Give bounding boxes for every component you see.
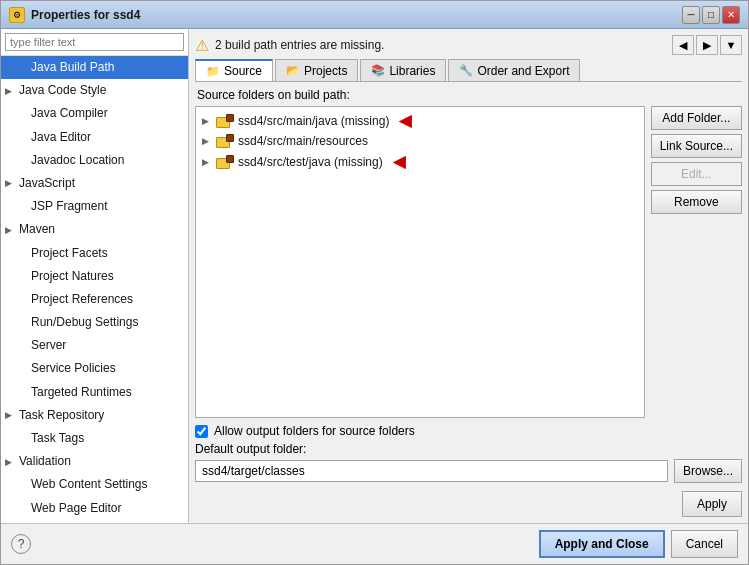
nav-item-service-policies[interactable]: Service Policies [1, 357, 188, 380]
window-title: Properties for ssd4 [31, 8, 140, 22]
source-tree: ▶ssd4/src/main/java (missing)◀▶ssd4/src/… [195, 106, 645, 418]
footer-right: Apply and Close Cancel [539, 530, 738, 558]
tree-item-label: ssd4/src/main/java (missing) [238, 114, 389, 128]
filter-input[interactable] [5, 33, 184, 51]
allow-output-checkbox[interactable] [195, 425, 208, 438]
source-section-label: Source folders on build path: [195, 88, 742, 102]
nav-item-jsp-fragment[interactable]: JSP Fragment [1, 195, 188, 218]
nav-item-java-code-style[interactable]: ▶Java Code Style [1, 79, 188, 102]
link-source--button[interactable]: Link Source... [651, 134, 742, 158]
close-button[interactable]: ✕ [722, 6, 740, 24]
nav-item-project-natures[interactable]: Project Natures [1, 265, 188, 288]
apply-button[interactable]: Apply [682, 491, 742, 517]
nav-item-label: Service Policies [31, 359, 116, 378]
nav-item-validation[interactable]: ▶Validation [1, 450, 188, 473]
content-area: Java Build Path▶Java Code StyleJava Comp… [1, 29, 748, 523]
nav-item-task-tags[interactable]: Task Tags [1, 427, 188, 450]
left-panel: Java Build Path▶Java Code StyleJava Comp… [1, 29, 189, 523]
red-arrow-icon: ◀ [399, 111, 411, 130]
tree-item-icon [216, 114, 234, 128]
nav-arrows: ◀ ▶ ▼ [672, 35, 742, 55]
tabs: 📁Source📂Projects📚Libraries🔧Order and Exp… [195, 59, 742, 82]
nav-item-label: Run/Debug Settings [31, 313, 138, 332]
tab-source[interactable]: 📁Source [195, 59, 273, 81]
footer-left: ? [11, 534, 31, 554]
nav-item-label: Web Page Editor [31, 499, 122, 518]
nav-item-targeted-runtimes[interactable]: Targeted Runtimes [1, 381, 188, 404]
checkbox-row: Allow output folders for source folders [195, 424, 742, 438]
nav-item-javadoc-location[interactable]: Javadoc Location [1, 149, 188, 172]
tree-expand-icon: ▶ [202, 157, 212, 167]
side-buttons: Add Folder...Link Source...Edit...Remove [651, 106, 742, 418]
tab-order-and-export[interactable]: 🔧Order and Export [448, 59, 580, 81]
browse-button[interactable]: Browse... [674, 459, 742, 483]
allow-output-label: Allow output folders for source folders [214, 424, 415, 438]
expand-icon: ▶ [5, 84, 15, 98]
nav-item-web-page-editor[interactable]: Web Page Editor [1, 497, 188, 520]
output-folder-input[interactable] [195, 460, 668, 482]
main-window: ⚙ Properties for ssd4 ─ □ ✕ Java Build P… [0, 0, 749, 565]
nav-item-label: Java Compiler [31, 104, 108, 123]
apply-close-button[interactable]: Apply and Close [539, 530, 665, 558]
expand-icon: ▶ [5, 176, 15, 190]
right-panel: ⚠ 2 build path entries are missing. ◀ ▶ … [189, 29, 748, 523]
nav-item-task-repository[interactable]: ▶Task Repository [1, 404, 188, 427]
nav-dropdown-button[interactable]: ▼ [720, 35, 742, 55]
nav-item-java-compiler[interactable]: Java Compiler [1, 102, 188, 125]
cancel-button[interactable]: Cancel [671, 530, 738, 558]
nav-item-label: Maven [19, 220, 55, 239]
tree-item[interactable]: ▶ssd4/src/main/resources [198, 132, 642, 150]
tree-item[interactable]: ▶ssd4/src/test/java (missing)◀ [198, 150, 642, 173]
tab-label: Libraries [389, 64, 435, 78]
tree-expand-icon: ▶ [202, 116, 212, 126]
nav-item-java-editor[interactable]: Java Editor [1, 126, 188, 149]
expand-icon: ▶ [5, 408, 15, 422]
nav-item-javascript[interactable]: ▶JavaScript [1, 172, 188, 195]
right-panel-wrapper: ⚠ 2 build path entries are missing. ◀ ▶ … [189, 29, 748, 523]
nav-item-project-references[interactable]: Project References [1, 288, 188, 311]
output-folder-label: Default output folder: [195, 442, 742, 456]
title-controls: ─ □ ✕ [682, 6, 740, 24]
window-icon: ⚙ [9, 7, 25, 23]
nav-item-label: Task Repository [19, 406, 104, 425]
nav-item-label: Javadoc Location [31, 151, 124, 170]
nav-item-web-content-settings[interactable]: Web Content Settings [1, 473, 188, 496]
nav-item-run/debug-settings[interactable]: Run/Debug Settings [1, 311, 188, 334]
nav-next-button[interactable]: ▶ [696, 35, 718, 55]
nav-item-maven[interactable]: ▶Maven [1, 218, 188, 241]
edit--button: Edit... [651, 162, 742, 186]
nav-item-java-build-path[interactable]: Java Build Path [1, 56, 188, 79]
expand-icon: ▶ [5, 455, 15, 469]
help-button[interactable]: ? [11, 534, 31, 554]
nav-item-server[interactable]: Server [1, 334, 188, 357]
nav-item-label: Server [31, 336, 66, 355]
title-bar-left: ⚙ Properties for ssd4 [9, 7, 140, 23]
remove-button[interactable]: Remove [651, 190, 742, 214]
tab-icon: 🔧 [459, 64, 473, 77]
tree-item-label: ssd4/src/main/resources [238, 134, 368, 148]
nav-item-label: Project Facets [31, 244, 108, 263]
nav-list: Java Build Path▶Java Code StyleJava Comp… [1, 55, 188, 523]
red-arrow-icon: ◀ [393, 152, 405, 171]
nav-item-project-facets[interactable]: Project Facets [1, 242, 188, 265]
tab-icon: 📂 [286, 64, 300, 77]
tab-libraries[interactable]: 📚Libraries [360, 59, 446, 81]
tree-item[interactable]: ▶ssd4/src/main/java (missing)◀ [198, 109, 642, 132]
nav-item-label: Java Build Path [31, 58, 114, 77]
source-main: ▶ssd4/src/main/java (missing)◀▶ssd4/src/… [195, 106, 742, 418]
add-folder--button[interactable]: Add Folder... [651, 106, 742, 130]
bottom-area: Allow output folders for source folders … [195, 424, 742, 483]
minimize-button[interactable]: ─ [682, 6, 700, 24]
tab-projects[interactable]: 📂Projects [275, 59, 358, 81]
tree-item-icon [216, 134, 234, 148]
tree-expand-icon: ▶ [202, 136, 212, 146]
warning-nav-row: ⚠ 2 build path entries are missing. ◀ ▶ … [195, 35, 742, 55]
warning-icon: ⚠ [195, 36, 209, 55]
nav-prev-button[interactable]: ◀ [672, 35, 694, 55]
title-bar: ⚙ Properties for ssd4 ─ □ ✕ [1, 1, 748, 29]
nav-item-label: JSP Fragment [31, 197, 107, 216]
nav-item-label: Java Editor [31, 128, 91, 147]
nav-item-label: Java Code Style [19, 81, 106, 100]
maximize-button[interactable]: □ [702, 6, 720, 24]
dialog-footer: ? Apply and Close Cancel [1, 523, 748, 564]
